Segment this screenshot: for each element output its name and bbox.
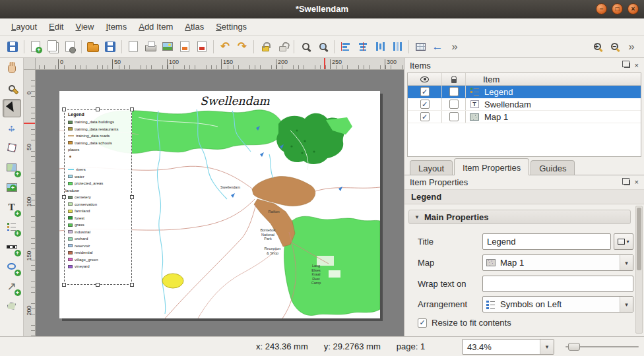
main-properties-group[interactable]: ▼ Main Properties: [408, 210, 631, 224]
layout-page[interactable]: Swellendam Swellendam Railton Bontebok N…: [59, 91, 380, 318]
selection-handle[interactable]: [130, 283, 134, 287]
new-layout-icon[interactable]: [27, 38, 44, 55]
menu-edit[interactable]: Edit: [43, 20, 69, 34]
zoom-slider[interactable]: [565, 346, 639, 347]
legend-item[interactable]: Legend training_data buildings training_…: [64, 109, 132, 285]
legend-group: landuse: [65, 187, 131, 194]
menu-atlas[interactable]: Atlas: [179, 20, 210, 34]
title-input[interactable]: [482, 233, 611, 250]
selection-handle[interactable]: [62, 283, 66, 287]
selection-handle[interactable]: [62, 107, 66, 111]
lock-checkbox[interactable]: [449, 112, 459, 121]
add-legend-icon[interactable]: [3, 218, 21, 236]
save-template-icon[interactable]: [102, 38, 119, 55]
items-row-label[interactable]: ✓ Swellendam: [408, 98, 641, 111]
align-items-icon[interactable]: [337, 38, 354, 55]
map-select[interactable]: Map 1 ▾: [482, 254, 633, 271]
export-svg-icon[interactable]: [176, 38, 193, 55]
item-column-header: Item: [466, 74, 641, 84]
redo-icon[interactable]: ↷: [234, 38, 251, 55]
menu-add-item[interactable]: Add Item: [133, 20, 179, 34]
layout-manager-icon[interactable]: [61, 38, 79, 55]
folder-icon: [87, 44, 99, 52]
export-pdf-icon[interactable]: [193, 38, 210, 55]
chevron-down-icon: ▾: [540, 340, 554, 354]
layout-viewport[interactable]: Swellendam Swellendam Railton Bontebok N…: [36, 70, 404, 336]
load-template-icon[interactable]: [84, 38, 102, 55]
items-row-map[interactable]: ✓ Map 1: [408, 111, 641, 123]
visibility-checkbox[interactable]: ✓: [420, 87, 430, 96]
visibility-checkbox[interactable]: ✓: [420, 112, 430, 121]
float-panel-icon[interactable]: [624, 63, 630, 68]
lock-checkbox[interactable]: [449, 100, 459, 109]
map-title-label[interactable]: Swellendam: [59, 94, 380, 107]
properties-scrollbar[interactable]: [635, 206, 643, 334]
toolbar-overflow-right-icon[interactable]: »: [623, 38, 640, 55]
zoom-slider-handle[interactable]: [568, 343, 580, 351]
menu-items[interactable]: Items: [100, 20, 133, 34]
resize-items-icon[interactable]: [389, 38, 406, 55]
selection-handle[interactable]: [130, 107, 134, 111]
revert-icon[interactable]: ←: [429, 38, 446, 55]
statusbar: x: 243.36 mm y: 29.2763 mm page: 1 43.4%…: [0, 336, 644, 356]
lock-items-icon[interactable]: [257, 38, 274, 55]
selection-handle[interactable]: [62, 195, 66, 199]
toolbar-overflow-icon[interactable]: »: [446, 38, 463, 55]
undo-icon[interactable]: ↶: [216, 38, 234, 55]
zoom-full-icon[interactable]: [297, 38, 314, 55]
add-node-item-icon[interactable]: [3, 297, 21, 315]
selection-handle[interactable]: [130, 195, 134, 199]
visibility-checkbox[interactable]: ✓: [420, 100, 430, 109]
maximize-button[interactable]: □: [612, 3, 623, 15]
item-options-icon[interactable]: [412, 38, 429, 55]
lock-checkbox[interactable]: [449, 87, 459, 96]
legend-entry: water: [68, 173, 131, 181]
selection-handle[interactable]: [96, 107, 100, 111]
zoom-region-icon[interactable]: [314, 38, 331, 55]
tab-guides[interactable]: Guides: [531, 160, 575, 175]
add-shape-icon[interactable]: [3, 257, 21, 276]
selection-handle[interactable]: [96, 283, 100, 287]
add-pages-icon[interactable]: [125, 38, 142, 55]
menu-settings[interactable]: Settings: [210, 20, 253, 34]
cursor-position-marker: [324, 58, 325, 69]
menu-view[interactable]: View: [69, 20, 100, 34]
items-row-legend[interactable]: ✓ Legend: [408, 86, 641, 98]
duplicate-layout-icon[interactable]: [44, 38, 61, 55]
export-image-icon[interactable]: [159, 38, 176, 55]
resize-to-fit-checkbox[interactable]: ✓: [418, 318, 427, 328]
menu-layout[interactable]: Layout: [5, 20, 43, 34]
legend-swatch: [68, 196, 73, 199]
data-defined-override-button[interactable]: ▾: [614, 233, 633, 250]
vertical-ruler: 0 50 100 150 200: [24, 70, 36, 336]
edit-nodes-tool-icon[interactable]: [3, 138, 21, 157]
add-label-icon[interactable]: [3, 198, 21, 216]
tab-item-properties[interactable]: Item Properties: [454, 158, 529, 175]
arrangement-select[interactable]: Symbols on Left ▾: [482, 296, 633, 312]
close-panel-icon[interactable]: ×: [635, 62, 639, 69]
map-label: Lang Elses Kraal Rest Camp: [306, 264, 326, 285]
minimize-button[interactable]: –: [596, 3, 607, 15]
zoom-level-combobox[interactable]: 43.4% ▾: [462, 339, 554, 355]
unlock-items-icon[interactable]: [274, 38, 291, 55]
distribute-items-icon[interactable]: [371, 38, 389, 55]
add-picture-icon[interactable]: [3, 178, 21, 196]
tab-layout[interactable]: Layout: [410, 160, 453, 175]
print-icon[interactable]: [142, 38, 159, 55]
legend-entry: [68, 154, 131, 161]
pan-tool-icon[interactable]: [3, 59, 21, 78]
move-item-content-tool-icon[interactable]: ↔↕: [3, 119, 21, 137]
zoom-in-icon[interactable]: [589, 38, 606, 55]
close-button[interactable]: ×: [628, 3, 639, 15]
close-panel-icon[interactable]: ×: [635, 179, 639, 186]
select-move-item-tool-icon[interactable]: [3, 99, 21, 117]
add-arrow-icon[interactable]: ↗: [3, 277, 21, 295]
zoom-tool-icon[interactable]: [3, 79, 21, 98]
wrap-text-input[interactable]: [482, 276, 633, 292]
add-map-icon[interactable]: [3, 158, 21, 177]
add-scalebar-icon[interactable]: [3, 237, 21, 256]
zoom-out-icon[interactable]: [606, 38, 623, 55]
float-panel-icon[interactable]: [624, 180, 630, 185]
align-center-icon[interactable]: [354, 38, 371, 55]
save-project-icon[interactable]: [4, 38, 21, 55]
